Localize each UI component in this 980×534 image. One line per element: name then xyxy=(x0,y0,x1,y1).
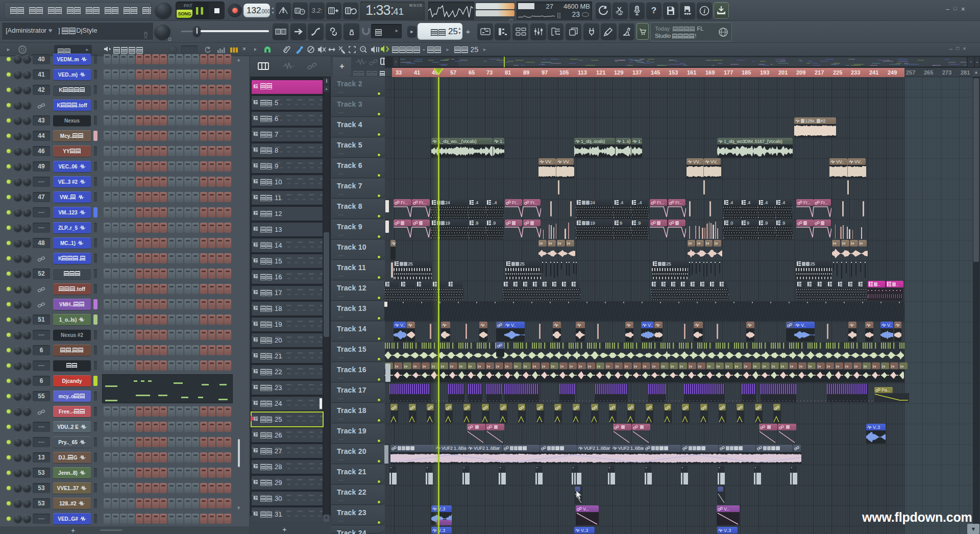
svg-text:i: i xyxy=(703,7,705,14)
